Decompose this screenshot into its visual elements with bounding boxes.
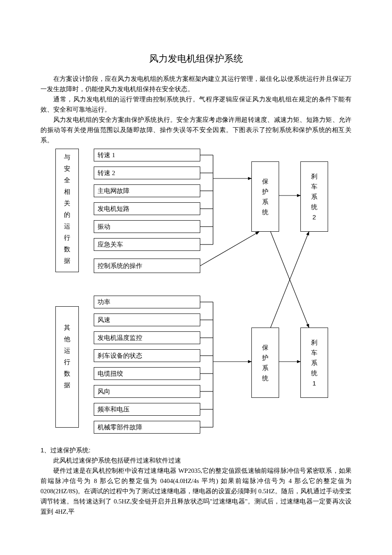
- svg-line-21: [271, 232, 309, 328]
- item-vibration: 振动: [94, 220, 200, 233]
- item-freq-volt: 频率和电压: [94, 403, 200, 416]
- section-1-heading: 1、过速保护系统:: [40, 445, 352, 455]
- protect-system-top: 保 护 系 统: [251, 161, 279, 232]
- paragraph-1: 在方案设计阶段，应在风力发电机组的系统方案框架内建立其运行管理，最佳化,以使系统…: [40, 74, 352, 94]
- section-1-line2: 硬件过速是在风机控制柜中设有过速继电器 WP2035,它的整定值跟低速轴前端得脉…: [40, 466, 352, 517]
- item-windspeed: 风速: [94, 313, 200, 326]
- protect-system-bottom: 保 护 系 统: [251, 328, 279, 398]
- left-group-other: 其 他 运 行 数 据: [55, 306, 79, 428]
- item-wind-dir: 风向: [94, 385, 200, 398]
- item-emerg-stop: 应急关车: [94, 238, 200, 251]
- item-speed2: 转速 2: [94, 167, 200, 179]
- item-brake-state: 刹车设备的状态: [94, 349, 200, 362]
- paragraph-2: 通常，风力发电机组的运行管理由控制系统执行。气程序逻辑应保证风力发电机组在规定的…: [40, 94, 352, 115]
- item-mech-fault: 机械零部件故障: [94, 421, 200, 434]
- item-gen-short: 发电机短路: [94, 202, 200, 215]
- document-page: 风力发电机组保护系统 在方案设计阶段，应在风力发电机组的系统方案框架内建立其运行…: [0, 0, 392, 542]
- item-power: 功率: [94, 296, 200, 308]
- svg-line-9: [200, 232, 259, 266]
- item-ctrl-op: 控制系统的操作: [94, 259, 200, 273]
- item-gen-temp: 发电机温度监控: [94, 331, 200, 344]
- page-title: 风力发电机组保护系统: [40, 51, 352, 66]
- brake-system-2: 刹 车 系 统 2: [300, 161, 328, 232]
- left-group-safety: 与 安 全 相 关 的 运 行 数 据: [55, 149, 79, 272]
- svg-line-22: [271, 232, 309, 328]
- item-grid-fault: 主电网故障: [94, 184, 200, 197]
- brake-system-1: 刹 车 系 统 1: [300, 328, 328, 398]
- section-1-line1: 此风机过速保护系统包括硬件过速和软件过速: [40, 455, 352, 466]
- item-cable-twist: 电缆扭绞: [94, 367, 200, 380]
- system-diagram: 与 安 全 相 关 的 运 行 数 据 其 他 运 行 数 据 转速 1 转速 …: [43, 149, 349, 443]
- item-speed1: 转速 1: [94, 149, 200, 161]
- paragraph-3: 风力发电机组的安全方案由保护系统执行。安全方案应考虑像许用超转速度、减速力矩、短…: [40, 115, 352, 145]
